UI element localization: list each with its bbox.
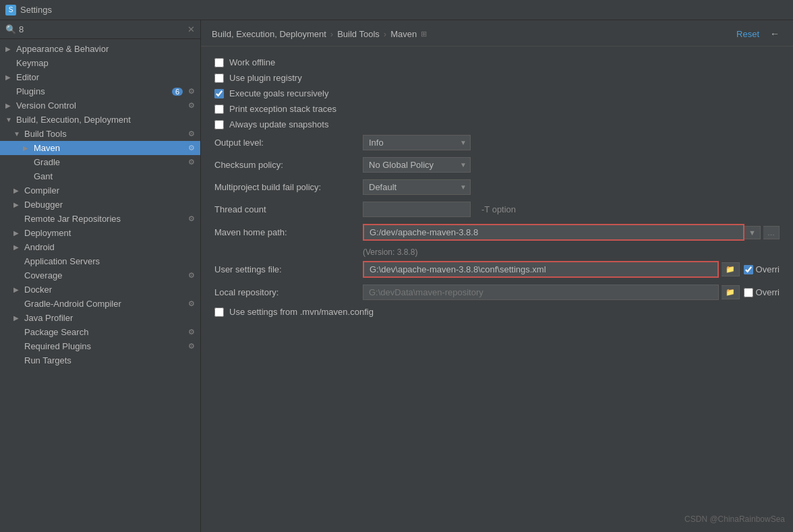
expand-icon: ▶ — [13, 187, 23, 194]
local-repo-override-checkbox[interactable] — [744, 288, 753, 297]
work-offline-label[interactable]: Work offline — [229, 57, 275, 67]
settings-icon: ⚙ — [188, 158, 195, 167]
work-offline-row: Work offline — [214, 57, 780, 67]
use-plugin-registry-label[interactable]: Use plugin registry — [229, 73, 302, 83]
breadcrumb-part1: Build, Execution, Deployment — [212, 29, 326, 39]
search-input[interactable] — [19, 24, 187, 34]
print-exception-checkbox[interactable] — [214, 105, 224, 114]
use-settings-label[interactable]: Use settings from .mvn/maven.config — [229, 307, 374, 317]
expand-icon: ▶ — [5, 73, 15, 81]
work-offline-checkbox[interactable] — [214, 58, 224, 67]
expand-icon: ▶ — [13, 243, 23, 251]
user-settings-row: User settings file: 📁 Overri — [214, 261, 780, 278]
expand-icon: ▶ — [13, 229, 23, 237]
settings-window: S Settings 🔍 ✕ ▶ Appearance & Behavior — [0, 0, 793, 532]
always-update-label[interactable]: Always update snapshots — [229, 119, 328, 129]
local-repo-input[interactable] — [363, 285, 719, 300]
local-repo-browse-btn[interactable]: 📁 — [722, 285, 740, 299]
user-settings-path-row: 📁 — [363, 261, 740, 278]
sidebar-item-maven[interactable]: ▶ Maven ⚙ — [0, 141, 200, 155]
content-body: Work offline Use plugin registry Execute… — [201, 47, 793, 532]
sidebar-item-java-profiler[interactable]: ▶ Java Profiler — [0, 311, 200, 325]
user-settings-override-label[interactable]: Overri — [756, 264, 780, 274]
settings-icon: ⚙ — [188, 129, 195, 138]
sidebar-item-gradle-android[interactable]: Gradle-Android Compiler ⚙ — [0, 297, 200, 311]
expand-icon: ▶ — [13, 201, 23, 208]
maven-home-label: Maven home path: — [214, 227, 363, 237]
sidebar-item-build-tools[interactable]: ▼ Build Tools ⚙ — [0, 127, 200, 141]
sidebar-item-remote-jar[interactable]: Remote Jar Repositories ⚙ — [0, 212, 200, 226]
sidebar-tree: ▶ Appearance & Behavior Keymap ▶ Editor — [0, 39, 200, 532]
output-level-row: Output level: Debug Info Warning Error ▼ — [214, 135, 780, 150]
multiproject-select-wrapper: Default Fail at End Never Fail Fail Fast… — [363, 179, 471, 195]
checksum-policy-row: Checksum policy: No Global Policy Warn F… — [214, 157, 780, 173]
print-exception-label[interactable]: Print exception stack traces — [229, 104, 336, 114]
breadcrumb: Build, Execution, Deployment › Build Too… — [212, 29, 734, 39]
output-level-select-wrapper: Debug Info Warning Error ▼ — [363, 135, 471, 150]
checksum-policy-label: Checksum policy: — [214, 160, 363, 170]
sidebar-item-plugins[interactable]: Plugins 6 ⚙ — [0, 84, 200, 98]
expand-icon: ▶ — [5, 45, 15, 53]
sidebar-item-compiler[interactable]: ▶ Compiler — [0, 183, 200, 198]
settings-icon: ⚙ — [188, 328, 195, 336]
sidebar-item-gant[interactable]: Gant — [0, 169, 200, 183]
sidebar-item-keymap[interactable]: Keymap — [0, 56, 200, 70]
maven-home-dropdown-btn[interactable]: ▼ — [744, 226, 761, 239]
output-level-select[interactable]: Debug Info Warning Error — [363, 135, 471, 150]
watermark: CSDN @ChinaRainbowSea — [684, 514, 785, 524]
multiproject-label: Multiproject build fail policy: — [214, 182, 363, 192]
breadcrumb-icon: ⊞ — [421, 30, 427, 38]
settings-icon: ⚙ — [188, 87, 195, 96]
multiproject-row: Multiproject build fail policy: Default … — [214, 179, 780, 195]
execute-goals-label[interactable]: Execute goals recursively — [229, 88, 328, 98]
use-plugin-registry-checkbox[interactable] — [214, 73, 224, 83]
maven-home-control: ▼ … — [363, 224, 780, 241]
maven-home-row: Maven home path: ▼ … — [214, 224, 780, 241]
local-repo-override: Overri — [744, 287, 780, 297]
maven-home-browse-btn[interactable]: … — [763, 226, 780, 239]
plugins-badge: 6 — [172, 88, 183, 96]
sidebar-item-debugger[interactable]: ▶ Debugger — [0, 198, 200, 212]
always-update-checkbox[interactable] — [214, 120, 224, 129]
sidebar-item-run-targets[interactable]: Run Targets — [0, 353, 200, 367]
breadcrumb-part3: Maven — [390, 29, 417, 39]
search-bar: 🔍 ✕ — [0, 20, 200, 39]
user-settings-input[interactable] — [363, 261, 719, 278]
expand-icon: ▶ — [5, 102, 15, 109]
sidebar-item-android[interactable]: ▶ Android — [0, 240, 200, 254]
search-icon: 🔍 — [5, 24, 16, 34]
sidebar-item-coverage[interactable]: Coverage ⚙ — [0, 268, 200, 283]
thread-count-row: Thread count -T option — [214, 202, 780, 217]
execute-goals-checkbox[interactable] — [214, 89, 224, 98]
expand-icon: ▶ — [23, 144, 32, 152]
sidebar-item-appearance[interactable]: ▶ Appearance & Behavior — [0, 42, 200, 56]
reset-button[interactable]: Reset — [734, 28, 762, 40]
search-clear-icon[interactable]: ✕ — [187, 24, 195, 34]
sidebar-item-app-servers[interactable]: Application Servers — [0, 254, 200, 268]
settings-icon: ⚙ — [188, 144, 195, 152]
user-settings-browse-btn[interactable]: 📁 — [722, 262, 740, 276]
sidebar-item-deployment[interactable]: ▶ Deployment — [0, 226, 200, 240]
user-settings-override-checkbox[interactable] — [744, 265, 753, 274]
use-settings-checkbox[interactable] — [214, 307, 224, 317]
sidebar-item-build-exec[interactable]: ▼ Build, Execution, Deployment — [0, 113, 200, 127]
sidebar-item-editor[interactable]: ▶ Editor — [0, 70, 200, 84]
local-repo-path-row: 📁 — [363, 285, 740, 300]
local-repo-override-label[interactable]: Overri — [756, 287, 780, 297]
multiproject-select[interactable]: Default Fail at End Never Fail Fail Fast — [363, 179, 471, 195]
sidebar-item-required-plugins[interactable]: Required Plugins ⚙ — [0, 339, 200, 353]
main-content: Build, Execution, Deployment › Build Too… — [201, 20, 793, 532]
sidebar-item-version-control[interactable]: ▶ Version Control ⚙ — [0, 98, 200, 113]
sidebar-item-docker[interactable]: ▶ Docker — [0, 283, 200, 297]
maven-home-input[interactable] — [363, 224, 744, 241]
breadcrumb-sep2: › — [384, 29, 386, 39]
sidebar-item-package-search[interactable]: Package Search ⚙ — [0, 325, 200, 339]
checksum-policy-select[interactable]: No Global Policy Warn Fail — [363, 157, 471, 173]
expand-icon: ▼ — [13, 130, 23, 138]
expand-icon: ▶ — [13, 286, 23, 293]
back-button[interactable]: ← — [767, 27, 782, 40]
titlebar: S Settings — [0, 0, 793, 20]
sidebar-item-gradle[interactable]: Gradle ⚙ — [0, 155, 200, 169]
thread-count-input[interactable] — [363, 202, 471, 217]
maven-home-path-row: ▼ … — [363, 224, 780, 241]
